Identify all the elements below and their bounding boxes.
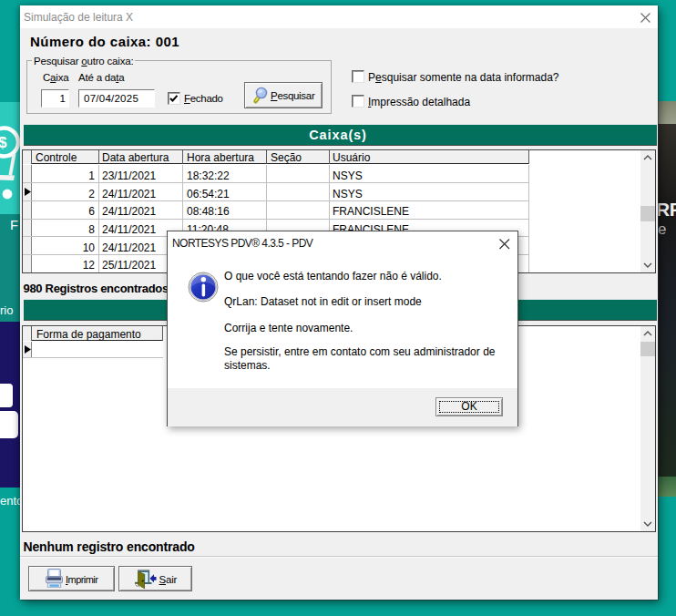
svg-text:$: $ [0, 134, 7, 151]
